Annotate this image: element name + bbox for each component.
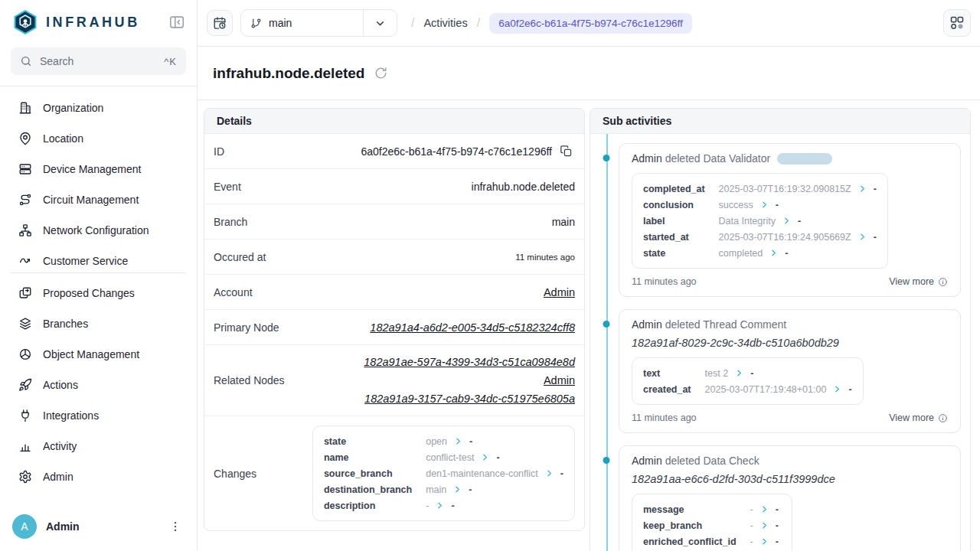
sub-activity-item: Admindeleted Thread Comment182a91af-8029… (619, 309, 961, 433)
sub-activity-action: deleted Thread Comment (665, 318, 787, 331)
sidebar-collapse-button[interactable] (168, 13, 186, 31)
chevron-down-icon (374, 17, 387, 30)
node-link[interactable]: 182a91a4-a6d2-e005-34d5-c5182324cff8 (370, 318, 575, 337)
refresh-button[interactable] (374, 65, 390, 82)
search-icon (20, 55, 32, 67)
sidebar-item-label: Activity (43, 440, 77, 452)
node-link[interactable]: 182a91ae-597a-4399-34d3-c51ca0984e8d (364, 353, 575, 371)
sub-activity-card[interactable]: Admindeleted Thread Comment182a91af-8029… (619, 309, 961, 433)
breadcrumb-separator: / (477, 16, 480, 30)
details-panel: Details ID6a0f2e6c-b61a-4f75-b974-c76c1e… (204, 108, 585, 531)
kv-new-value: - (560, 468, 564, 479)
sub-activity-item: Admindeleted Data Validatorcompleted_at2… (619, 143, 961, 297)
chevron-right-icon (760, 201, 769, 209)
kv-new-value: - (874, 184, 877, 194)
copy-button[interactable] (560, 144, 575, 159)
sub-activity-card[interactable]: Admindeleted Data Validatorcompleted_at2… (619, 143, 961, 297)
branch-selector[interactable]: main (240, 9, 397, 37)
sidebar-item-device-management[interactable]: Device Management (11, 154, 186, 184)
chevron-right-icon (782, 217, 791, 225)
search-input[interactable]: Search ^K (11, 47, 186, 75)
sidebar-item-activity[interactable]: Activity (11, 431, 186, 461)
sidebar-item-integrations[interactable]: Integrations (11, 400, 186, 431)
gear-icon (18, 470, 32, 484)
kv-new-value: - (776, 536, 779, 547)
timeline-rail (606, 134, 608, 551)
view-more-button[interactable]: View more (889, 412, 948, 423)
node-link[interactable]: Admin (544, 283, 575, 302)
branch-dropdown-toggle[interactable] (363, 10, 397, 36)
node-link[interactable]: 182a91a9-3157-cab9-34dc-c51975e6805a (364, 390, 575, 408)
timeline: Admindeleted Data Validatorcompleted_at2… (619, 143, 961, 551)
kv-key: message (643, 501, 750, 517)
breadcrumb-activity-id-link[interactable]: 6a0f2e6c-b61a-4f75-b974-c76c1e1296ff (489, 13, 692, 34)
kv-value: completed- (719, 245, 877, 261)
user-menu[interactable]: A Admin (0, 505, 197, 551)
chevron-right-icon (735, 369, 743, 377)
sub-activity-actor: Admin (632, 455, 662, 467)
infrahub-logo-icon (12, 9, 38, 35)
sidebar-item-label: Object Management (43, 348, 139, 360)
kv-value: -- (426, 497, 564, 514)
loading-skeleton (777, 153, 832, 165)
kv-row-name: nameconflict-test- (324, 449, 564, 465)
kv-row-started-at: started_at2025-03-07T16:19:24.905669Z- (643, 229, 877, 245)
branch-name: main (269, 17, 292, 29)
breadcrumb-activities-link[interactable]: Activities (423, 17, 467, 29)
nav-group: Proposed ChangesBranchesObject Managemen… (11, 273, 186, 497)
chevron-right-icon (453, 485, 462, 494)
page-title: infrahub.node.deleted (213, 65, 364, 82)
kv-value-inner: completed- (719, 248, 877, 259)
kv-key: enriched_conflict_id (643, 533, 750, 549)
sidebar-item-location[interactable]: Location (11, 123, 186, 154)
kv-value: 2025-03-07T17:19:48+01:00- (705, 381, 852, 397)
kv-key: source_branch (324, 465, 426, 481)
view-more-button[interactable]: View more (889, 276, 948, 287)
user-menu-button[interactable] (166, 517, 185, 536)
details-row-value: 182a91ae-597a-4399-34d3-c51ca0984e8dAdmi… (297, 353, 575, 408)
chevron-right-icon (436, 501, 444, 510)
sub-activity-title: Admindeleted Thread Comment (632, 318, 948, 331)
sub-activity-footer: 11 minutes agoView more (632, 276, 948, 287)
sidebar-item-admin[interactable]: Admin (11, 461, 186, 492)
kv-key: text (643, 365, 705, 381)
node-link[interactable]: Admin (544, 371, 575, 390)
kv-new-value: - (848, 384, 851, 395)
kv-new-value: - (776, 520, 779, 531)
kv-value-inner: success- (719, 200, 877, 210)
rocket-icon (18, 378, 32, 392)
kebab-icon (168, 520, 182, 533)
kv-diff-box: message--keep_branch--enriched_conflict_… (632, 494, 792, 551)
time-travel-button[interactable] (207, 10, 233, 36)
chevron-right-icon (545, 469, 554, 478)
sidebar-item-customer-service[interactable]: Customer Service (11, 246, 186, 273)
search-placeholder: Search (40, 55, 156, 67)
sidebar-item-object-management[interactable]: Object Management (11, 339, 186, 370)
sidebar-item-proposed-changes[interactable]: Proposed Changes (11, 278, 186, 308)
sidebar-item-label: Device Management (43, 163, 141, 175)
schema-visualizer-button[interactable] (943, 9, 971, 37)
sidebar-item-network-configuration[interactable]: Network Configuration (11, 215, 186, 246)
app-window: INFRAHUB Search ^K OrganizationLocationD… (0, 0, 980, 551)
kv-value: -- (750, 501, 781, 517)
sidebar-item-circuit-management[interactable]: Circuit Management (11, 184, 186, 215)
sub-activity-card[interactable]: Admindeleted Data Check182a91aa-e6c6-d2f… (619, 445, 961, 551)
sidebar-item-actions[interactable]: Actions (11, 370, 186, 400)
kv-previous-value: 2025-03-07T16:19:24.905669Z (719, 232, 851, 243)
chevron-right-icon (760, 537, 769, 546)
kv-key: completed_at (643, 181, 719, 197)
kv-new-value: - (469, 436, 472, 447)
kv-new-value: - (874, 232, 877, 243)
kv-previous-value: completed (719, 248, 763, 259)
sidebar-item-organization[interactable]: Organization (11, 93, 186, 123)
details-row-id: ID6a0f2e6c-b61a-4f75-b974-c76c1e1296ff (204, 134, 584, 169)
details-row-value: 182a91a4-a6d2-e005-34d5-c5182324cff8 (292, 318, 575, 337)
kv-key: created_at (643, 381, 705, 397)
kv-value: open- (426, 433, 564, 449)
sidebar-item-label: Actions (43, 379, 78, 391)
sub-activities-body: Admindeleted Data Validatorcompleted_at2… (590, 134, 970, 551)
sidebar-item-branches[interactable]: Branches (11, 308, 186, 339)
kv-new-value: - (451, 500, 454, 511)
sidebar-item-label: Organization (43, 102, 103, 114)
kv-value-inner: open- (426, 436, 564, 447)
